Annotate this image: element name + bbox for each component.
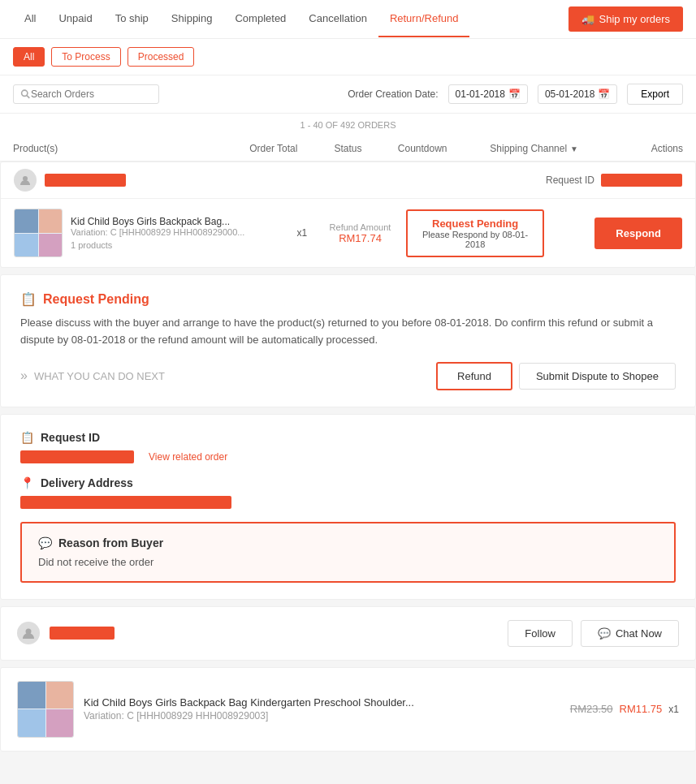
- delivery-address-section: 📍 Delivery Address: [20, 476, 676, 509]
- tab-unpaid[interactable]: Unpaid: [47, 1, 103, 37]
- export-button[interactable]: Export: [627, 84, 683, 105]
- buyer-avatar: [17, 622, 40, 644]
- follow-button[interactable]: Follow: [508, 620, 573, 647]
- product-qty-large: x1: [668, 704, 679, 715]
- sale-price: RM11.75: [620, 703, 663, 715]
- header-status: Status: [311, 143, 386, 154]
- product-name: Kid Child Boys Girls Backpack Bag...: [71, 216, 290, 227]
- tab-to-ship[interactable]: To ship: [104, 1, 160, 37]
- header-countdown: Countdown: [385, 143, 460, 154]
- buyer-actions: Follow 💬 Chat Now: [508, 620, 679, 647]
- chevron-down-icon: ▼: [570, 144, 578, 153]
- status-title: Request Pending: [416, 218, 534, 230]
- delivery-address-title: 📍 Delivery Address: [20, 476, 676, 489]
- search-filter-row: Order Creation Date: 01-01-2018 📅 05-01-…: [0, 75, 696, 114]
- product-count: 1 products: [71, 240, 290, 250]
- request-id-bar: [601, 174, 682, 187]
- product-row-detail: Kid Child Boys Girls Backpack Bag Kinder…: [17, 681, 679, 738]
- filter-row: All To Process Processed: [0, 39, 696, 75]
- actions-section: Respond: [590, 218, 682, 249]
- product-meta: Kid Child Boys Girls Backpack Bag Kinder…: [84, 696, 560, 722]
- refund-label: Refund Amount: [314, 222, 406, 232]
- product-info: Kid Child Boys Girls Backpack Bag... Var…: [14, 209, 290, 257]
- buyer-card: Follow 💬 Chat Now: [0, 606, 696, 661]
- reason-from-buyer-box: 💬 Reason from Buyer Did not receive the …: [20, 522, 676, 583]
- orders-count: 1 - 40 OF 492 ORDERS: [0, 114, 696, 136]
- svg-point-0: [22, 90, 28, 96]
- request-id-value-bar: [20, 450, 134, 463]
- request-id-section-title: 📋 Request ID: [20, 431, 676, 444]
- reason-text: Did not receive the order: [38, 556, 658, 568]
- tab-all[interactable]: All: [13, 1, 47, 37]
- tab-shipping[interactable]: Shipping: [160, 1, 224, 37]
- ship-icon: 🚚: [581, 13, 594, 25]
- request-pending-card: 📋 Request Pending Please discuss with th…: [0, 274, 696, 407]
- request-pending-description: Please discuss with the buyer and arrang…: [20, 315, 676, 349]
- tab-completed[interactable]: Completed: [223, 1, 297, 37]
- header-order-total: Order Total: [236, 143, 311, 154]
- nav-tabs: All Unpaid To ship Shipping Completed Ca…: [13, 1, 469, 37]
- product-image-large: [17, 681, 74, 738]
- avatar: [14, 169, 37, 192]
- product-name-large: Kid Child Boys Girls Backpack Bag Kinder…: [84, 696, 560, 709]
- request-pending-actions: » WHAT YOU CAN DO NEXT Refund Submit Dis…: [20, 362, 676, 390]
- search-icon: [20, 88, 31, 100]
- status-sub: Please Respond by 08-01-2018: [416, 230, 534, 249]
- product-details: Kid Child Boys Girls Backpack Bag... Var…: [71, 216, 290, 250]
- header-product: Product(s): [13, 143, 236, 154]
- filter-to-process-btn[interactable]: To Process: [51, 47, 120, 67]
- original-price: RM23.50: [570, 703, 613, 715]
- view-related-order-link[interactable]: View related order: [149, 451, 227, 463]
- date-to-input[interactable]: 05-01-2018 📅: [538, 84, 617, 104]
- order-card-header: Request ID: [1, 162, 695, 199]
- product-detail-card: Kid Child Boys Girls Backpack Bag Kinder…: [0, 667, 696, 752]
- product-variation: Variation: C [HHH008929 HHH008929000...: [71, 227, 290, 237]
- refund-button[interactable]: Refund: [436, 362, 512, 390]
- reason-title: 💬 Reason from Buyer: [38, 536, 658, 549]
- tab-return-refund[interactable]: Return/Refund: [378, 1, 470, 37]
- location-icon: 📍: [20, 476, 34, 489]
- top-navigation: All Unpaid To ship Shipping Completed Ca…: [0, 0, 696, 39]
- refund-amount: RM17.74: [314, 232, 406, 244]
- header-actions: Actions: [608, 143, 683, 154]
- seller-name-bar: [45, 174, 126, 187]
- calendar-to-icon: 📅: [598, 88, 610, 100]
- filter-processed-btn[interactable]: Processed: [128, 47, 195, 67]
- dispute-button[interactable]: Submit Dispute to Shopee: [519, 363, 676, 390]
- date-filter-label: Order Creation Date:: [348, 88, 438, 100]
- search-box[interactable]: [13, 84, 159, 104]
- request-pending-title: 📋 Request Pending: [20, 291, 676, 307]
- table-header: Product(s) Order Total Status Countdown …: [0, 136, 696, 162]
- calendar-from-icon: 📅: [508, 88, 521, 100]
- double-arrow-icon: »: [20, 368, 28, 383]
- order-row: Kid Child Boys Girls Backpack Bag... Var…: [1, 199, 695, 267]
- filter-all-btn[interactable]: All: [13, 47, 45, 67]
- chat-icon: 💬: [38, 536, 52, 549]
- status-box: Request Pending Please Respond by 08-01-…: [406, 209, 544, 257]
- tab-cancellation[interactable]: Cancellation: [297, 1, 378, 37]
- svg-line-1: [27, 96, 29, 98]
- pending-icon: 📋: [20, 291, 37, 307]
- product-qty: x1: [290, 227, 314, 239]
- what-you-can-do-next: » WHAT YOU CAN DO NEXT: [20, 368, 436, 383]
- status-section: Request Pending Please Respond by 08-01-…: [406, 209, 544, 257]
- id-icon: 📋: [20, 431, 34, 444]
- product-image: [14, 209, 63, 257]
- order-card: Request ID Kid Child Boys Girls Backpack…: [0, 162, 696, 268]
- request-id-section: 📋 Request ID View related order: [20, 431, 676, 463]
- refund-section: Refund Amount RM17.74: [314, 222, 406, 244]
- product-variation-large: Variation: C [HHH008929 HHH008929003]: [84, 710, 560, 722]
- request-id-label: Request ID: [546, 174, 594, 186]
- chat-now-button[interactable]: 💬 Chat Now: [581, 620, 679, 647]
- date-from-input[interactable]: 01-01-2018 📅: [448, 84, 528, 104]
- address-value-bar: [20, 496, 231, 509]
- respond-button[interactable]: Respond: [594, 218, 682, 249]
- header-shipping-channel: Shipping Channel ▼: [460, 143, 608, 154]
- details-card: 📋 Request ID View related order 📍 Delive…: [0, 414, 696, 600]
- buyer-name-bar: [50, 627, 115, 640]
- search-input[interactable]: [31, 88, 152, 100]
- chat-bubble-icon: 💬: [598, 627, 611, 640]
- ship-my-orders-button[interactable]: 🚚 Ship my orders: [568, 6, 683, 32]
- product-price-section: RM23.50 RM11.75 x1: [570, 703, 679, 715]
